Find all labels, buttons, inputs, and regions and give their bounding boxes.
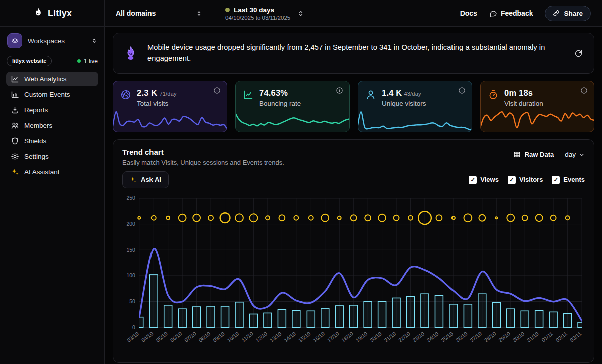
visitor-bar[interactable] — [435, 295, 443, 327]
toggle-views[interactable]: Views — [469, 176, 499, 184]
domain-select[interactable]: All domains — [116, 9, 202, 17]
svg-text:27/10: 27/10 — [469, 331, 483, 343]
brand-logo[interactable]: Litlyx — [0, 0, 105, 27]
visitor-bar[interactable] — [521, 311, 529, 327]
svg-text:12/10: 12/10 — [255, 331, 268, 343]
refresh-icon[interactable] — [574, 49, 583, 58]
visitor-bar[interactable] — [235, 302, 243, 328]
visitor-bar[interactable] — [564, 313, 572, 327]
stat-card-visit-duration[interactable]: 0m 18s Visit duration — [480, 81, 594, 132]
sidebar-item-ai-assistant[interactable]: AI Assistant — [6, 165, 98, 179]
globe-icon — [120, 89, 131, 100]
visitor-bar[interactable] — [250, 314, 258, 328]
sparkline-path — [113, 112, 227, 130]
bar-chart-icon — [11, 90, 19, 99]
visitor-bar[interactable] — [307, 311, 315, 327]
sidebar-item-members[interactable]: Members — [6, 118, 98, 133]
sidebar-item-settings[interactable]: Settings — [6, 149, 98, 164]
ai-flame-mascot-icon — [124, 46, 137, 61]
sidebar-item-label: Members — [24, 122, 52, 129]
live-badge: 1 live — [77, 58, 98, 65]
checkbox-checked-icon — [469, 176, 477, 184]
workspaces-select[interactable]: Workspaces — [6, 32, 98, 55]
user-icon — [365, 89, 376, 100]
visitor-bar[interactable] — [478, 294, 486, 327]
sparkles-icon — [11, 168, 19, 176]
visitor-bar[interactable] — [507, 309, 515, 327]
domain-select-label: All domains — [116, 9, 156, 17]
stat-label: Visit duration — [504, 100, 543, 107]
stat-value: 74.63% — [259, 88, 288, 97]
visitor-bar[interactable] — [264, 313, 272, 327]
visitor-bar[interactable] — [464, 304, 472, 328]
svg-text:18/10: 18/10 — [341, 331, 354, 343]
visitor-bar[interactable] — [449, 304, 458, 328]
visitor-bar[interactable] — [221, 306, 229, 327]
chevron-down-icon — [579, 152, 585, 158]
info-icon[interactable] — [580, 87, 588, 94]
svg-text:31/10: 31/10 — [526, 331, 540, 343]
visitor-bar[interactable] — [364, 302, 372, 328]
visitor-bar[interactable] — [350, 305, 358, 327]
svg-text:01/11: 01/11 — [541, 331, 554, 343]
x-axis-labels: 03/1004/1005/1006/1007/1008/1009/1010/10… — [126, 331, 583, 343]
date-range-sublabel: 04/10/2025 to 03/11/2025 — [225, 15, 290, 21]
trend-line-icon — [243, 89, 254, 100]
link-icon — [553, 10, 560, 17]
stat-sparkline — [480, 109, 594, 132]
sidebar-item-web-analytics[interactable]: Web Analytics — [6, 72, 98, 86]
info-icon[interactable] — [213, 87, 221, 94]
visitor-bar[interactable] — [335, 306, 343, 327]
shield-icon — [11, 137, 19, 145]
visitor-bar[interactable] — [278, 309, 286, 327]
visitor-bar[interactable] — [149, 275, 158, 327]
project-name-pill[interactable]: litlyx website — [7, 56, 52, 66]
visitor-bar[interactable] — [178, 309, 186, 327]
sidebar-item-shields[interactable]: Shields — [6, 134, 98, 148]
docs-link[interactable]: Docs — [460, 9, 477, 17]
sidebar-item-label: AI Assistant — [24, 168, 60, 176]
svg-text:02/11: 02/11 — [555, 331, 568, 343]
sidebar-item-custom-events[interactable]: Custom Events — [6, 87, 98, 102]
visitor-bar[interactable] — [207, 306, 215, 327]
info-icon[interactable] — [458, 87, 466, 94]
date-range-select[interactable]: Last 30 days 04/10/2025 to 03/11/2025 — [225, 6, 304, 21]
info-icon[interactable] — [336, 87, 343, 94]
svg-text:08/10: 08/10 — [198, 331, 211, 343]
share-button[interactable]: Share — [545, 6, 591, 21]
visitor-bar[interactable] — [492, 303, 500, 328]
visitor-bar[interactable] — [578, 322, 585, 327]
visitors-bars — [135, 275, 585, 327]
trend-chart-title: Trend chart — [122, 148, 284, 156]
svg-text:17/10: 17/10 — [326, 331, 340, 343]
visitor-bar[interactable] — [321, 308, 329, 327]
ask-ai-button[interactable]: Ask AI — [122, 171, 169, 188]
chart-gridlines — [139, 198, 582, 327]
svg-text:50: 50 — [129, 299, 135, 304]
raw-data-button[interactable]: Raw Data — [513, 151, 554, 158]
checkbox-checked-icon — [508, 176, 516, 184]
toggle-events[interactable]: Events — [552, 176, 585, 184]
visitor-bar[interactable] — [407, 296, 415, 327]
visitor-bar[interactable] — [193, 307, 201, 327]
visitor-bar[interactable] — [535, 310, 543, 327]
toggle-visitors[interactable]: Visitors — [508, 176, 543, 184]
sidebar-item-reports[interactable]: Reports — [6, 103, 98, 117]
svg-text:100: 100 — [126, 273, 135, 278]
visitor-bar[interactable] — [549, 312, 557, 327]
stat-card-unique-visitors[interactable]: 1.4 K43/day Unique visitors — [358, 81, 472, 132]
stat-card-bouncing-rate[interactable]: 74.63% Bouncing rate — [235, 81, 350, 132]
feedback-link[interactable]: Feedback — [489, 9, 533, 17]
visitor-bar[interactable] — [164, 305, 172, 327]
visitor-bar[interactable] — [421, 294, 429, 327]
visitor-bar[interactable] — [292, 310, 300, 327]
svg-text:14/10: 14/10 — [283, 331, 297, 343]
stat-card-total-visits[interactable]: 2.3 K71/day Total visits — [113, 81, 227, 132]
interval-select[interactable]: day — [565, 151, 585, 158]
visitor-bar[interactable] — [378, 302, 386, 328]
visitor-bar[interactable] — [135, 317, 143, 328]
toggle-label: Views — [480, 176, 499, 184]
trend-chart-card: Trend chart Easily match Visits, Unique … — [113, 139, 594, 363]
stopwatch-icon — [488, 89, 499, 100]
visitor-bar[interactable] — [392, 298, 400, 327]
